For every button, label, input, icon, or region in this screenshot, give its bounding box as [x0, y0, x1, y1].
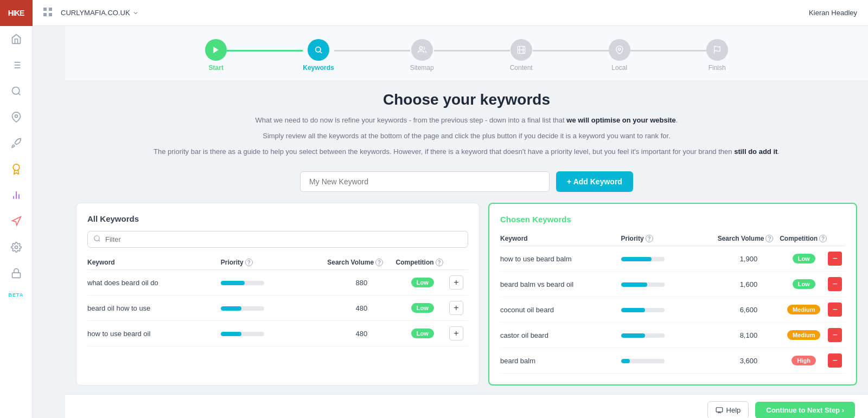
- award-icon[interactable]: [0, 156, 33, 182]
- step-content[interactable]: Content: [510, 39, 533, 72]
- chosen-remove-cell[interactable]: −: [828, 323, 845, 348]
- help-button[interactable]: Help: [707, 401, 749, 418]
- svg-point-6: [12, 87, 19, 94]
- chosen-priority-bar-bg: [621, 282, 665, 287]
- add-cell[interactable]: +: [449, 295, 468, 321]
- svg-point-13: [15, 246, 17, 249]
- step-sitemap[interactable]: Sitemap: [410, 39, 434, 72]
- svg-marker-19: [214, 47, 219, 53]
- step-start-circle: [205, 39, 227, 61]
- chosen-competition-badge: Medium: [787, 330, 821, 340]
- table-row: how to use beard balm 1,900 Low −: [500, 246, 845, 272]
- step-keywords[interactable]: Keywords: [303, 39, 334, 72]
- keyword-cell: what does beard oil do: [87, 270, 221, 295]
- lock-icon[interactable]: [0, 260, 33, 286]
- site-selector[interactable]: CURLYMAFIA.CO.UK: [61, 9, 139, 17]
- step-local-label: Local: [611, 64, 627, 72]
- priority-bar-bg: [221, 332, 264, 336]
- add-keyword-row-button[interactable]: +: [449, 301, 463, 315]
- chosen-competition-badge: Low: [793, 254, 815, 263]
- user-menu[interactable]: Kieran Headley: [809, 9, 857, 17]
- chosen-remove-cell[interactable]: −: [828, 297, 845, 323]
- step-line-2: [334, 50, 410, 52]
- competition-badge: Low: [411, 303, 434, 313]
- chosen-col-competition: Competition ?: [780, 231, 828, 246]
- remove-keyword-button[interactable]: −: [828, 303, 842, 317]
- chosen-remove-cell[interactable]: −: [828, 348, 845, 374]
- remove-keyword-button[interactable]: −: [828, 252, 842, 266]
- step-local[interactable]: Local: [609, 39, 630, 72]
- priority-bar-fill: [221, 281, 245, 285]
- step-content-circle: [510, 39, 532, 61]
- remove-keyword-button[interactable]: −: [828, 328, 842, 342]
- priority-bar-fill: [221, 332, 241, 336]
- new-keyword-input[interactable]: [300, 171, 550, 192]
- add-cell[interactable]: +: [449, 321, 468, 346]
- settings-icon[interactable]: [0, 234, 33, 260]
- priority-cell: [221, 295, 328, 321]
- step-start[interactable]: Start: [205, 39, 227, 72]
- chosen-col-priority: Priority ?: [621, 231, 718, 246]
- comp-help-icon[interactable]: ?: [436, 259, 443, 266]
- location-icon[interactable]: [0, 104, 33, 130]
- bottom-bar: Help Continue to Next Step ›: [65, 394, 868, 418]
- add-keyword-row-button[interactable]: +: [449, 275, 463, 290]
- chosen-competition-cell: Low: [780, 246, 828, 272]
- search-icon[interactable]: [0, 78, 33, 104]
- bar-chart-icon[interactable]: [0, 182, 33, 208]
- svg-rect-18: [49, 13, 52, 16]
- col-header-volume: Search Volume ?: [327, 255, 395, 270]
- chosen-remove-cell[interactable]: −: [828, 272, 845, 297]
- volume-cell: 480: [327, 295, 395, 321]
- step-content-label: Content: [510, 64, 533, 72]
- chosen-keyword-cell: coconut oil beard: [500, 297, 621, 323]
- step-sitemap-label: Sitemap: [410, 64, 434, 72]
- chosen-volume-cell: 1,900: [718, 246, 780, 272]
- add-cell[interactable]: +: [449, 270, 468, 295]
- priority-help-icon[interactable]: ?: [245, 259, 253, 266]
- continue-button[interactable]: Continue to Next Step ›: [755, 402, 855, 418]
- step-finish-circle: [706, 39, 728, 61]
- chosen-competition-cell: High: [780, 348, 828, 374]
- priority-bar-bg: [221, 306, 264, 311]
- filter-input[interactable]: [105, 235, 462, 243]
- filter-search-icon: [93, 235, 101, 244]
- chosen-keyword-cell: castor oil beard: [500, 323, 621, 348]
- list-icon[interactable]: [0, 52, 33, 78]
- priority-cell: [221, 270, 328, 295]
- col-header-priority: Priority ?: [221, 255, 328, 270]
- remove-keyword-button[interactable]: −: [828, 353, 842, 368]
- keyword-cell: how to use beard oil: [87, 321, 221, 346]
- chosen-comp-help-icon[interactable]: ?: [819, 235, 827, 242]
- page-description: Choose your keywords What we need to do …: [65, 80, 868, 171]
- volume-help-icon[interactable]: ?: [375, 259, 383, 266]
- chosen-priority-bar-fill: [621, 308, 645, 312]
- chosen-competition-badge: High: [792, 356, 815, 365]
- add-keyword-row-button[interactable]: +: [449, 326, 463, 340]
- chosen-remove-cell[interactable]: −: [828, 246, 845, 272]
- svg-rect-31: [716, 408, 723, 412]
- competition-cell: Low: [396, 321, 449, 346]
- add-keyword-button[interactable]: + Add Keyword: [556, 171, 633, 192]
- all-keywords-title: All Keywords: [87, 214, 468, 223]
- grid-icon[interactable]: [43, 8, 52, 18]
- svg-point-8: [15, 115, 17, 118]
- priority-bar-fill: [221, 306, 241, 311]
- step-finish[interactable]: Finish: [706, 39, 728, 72]
- volume-cell: 480: [327, 321, 395, 346]
- remove-keyword-button[interactable]: −: [828, 277, 842, 291]
- chosen-priority-help-icon[interactable]: ?: [646, 235, 653, 242]
- step-line-5: [630, 50, 706, 52]
- topbar: CURLYMAFIA.CO.UK Kieran Headley: [33, 0, 868, 26]
- chosen-priority-cell: [621, 246, 718, 272]
- chosen-competition-cell: Medium: [780, 297, 828, 323]
- home-icon[interactable]: [0, 26, 33, 52]
- all-keywords-table: Keyword Priority ? Search Volume ? Compe…: [87, 255, 468, 346]
- svg-point-9: [13, 164, 20, 171]
- step-start-label: Start: [209, 64, 224, 72]
- chosen-keywords-title: Chosen Keywords: [500, 215, 845, 224]
- rocket-icon[interactable]: [0, 130, 33, 156]
- megaphone-icon[interactable]: [0, 208, 33, 234]
- chosen-volume-cell: 6,600: [718, 297, 780, 323]
- chosen-volume-help-icon[interactable]: ?: [765, 235, 773, 242]
